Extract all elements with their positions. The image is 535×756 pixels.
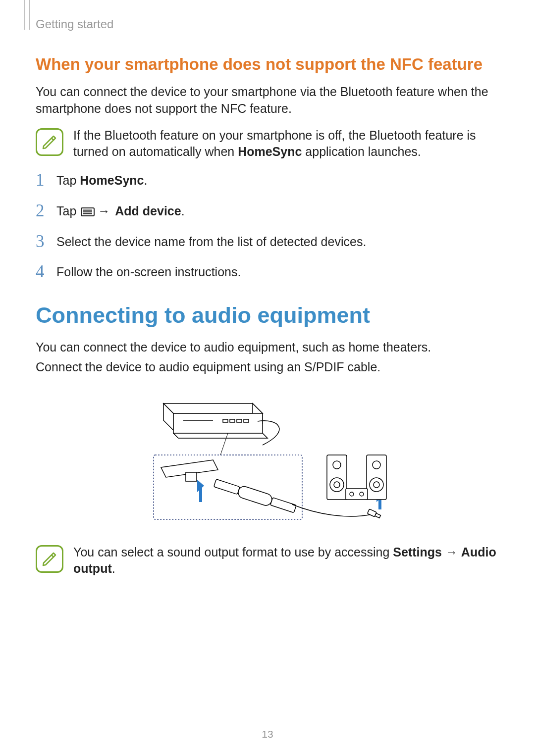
svg-rect-18 [214,479,240,494]
step-1: Tap HomeSync. [36,172,499,189]
manual-page: Getting started When your smartphone doe… [0,0,535,756]
step2-bold: Add device [112,204,181,218]
svg-marker-7 [173,413,263,433]
section-a-intro: You can connect the device to your smart… [36,84,499,117]
note-icon [36,545,63,573]
svg-rect-10 [230,419,235,422]
note-text-suffix: application launches. [302,145,421,158]
section-b-p1: You can connect the device to audio equi… [36,339,499,356]
svg-marker-4 [163,403,263,413]
svg-rect-9 [223,419,228,422]
margin-tab [24,0,30,30]
step1-bold: HomeSync [80,173,144,187]
page-number: 13 [0,728,535,740]
step1-post: . [144,173,147,187]
step1-pre: Tap [56,173,80,187]
section-b-p2: Connect the device to audio equipment us… [36,359,499,376]
step2-post: . [181,204,185,218]
note-bluetooth: If the Bluetooth feature on your smartph… [36,127,499,161]
pencil-note-icon [42,551,57,567]
svg-rect-22 [375,513,381,518]
step-4: Follow the on-screen instructions. [36,264,499,281]
note2-arrow: → [442,545,461,559]
chapter-title: Getting started [36,17,499,31]
note-audio-text: You can select a sound output format to … [73,544,499,578]
note-icon [36,128,63,156]
pencil-note-icon [42,134,57,150]
steps-list: Tap HomeSync. Tap → Add device. Select t… [36,172,499,281]
svg-rect-12 [244,419,249,422]
section-heading-audio: Connecting to audio equipment [36,302,499,328]
svg-rect-11 [237,419,242,422]
svg-rect-25 [327,455,347,500]
step2-arrow: → [98,203,110,220]
spdif-diagram [36,391,499,529]
svg-rect-29 [367,455,386,500]
note2-bold1: Settings [393,545,442,559]
step2-pre: Tap [56,204,80,218]
step-3: Select the device name from the list of … [36,234,499,251]
svg-rect-20 [270,497,296,512]
note-audio-output: You can select a sound output format to … [36,544,499,578]
section-heading-nfc: When your smartphone does not support th… [36,55,499,74]
menu-icon [81,207,95,216]
spdif-diagram-svg [139,391,396,529]
svg-rect-19 [237,485,273,506]
note-text-bold: HomeSync [238,145,302,158]
note2-suffix: . [112,561,115,575]
svg-rect-15 [186,472,197,481]
step-2: Tap → Add device. [36,203,499,220]
note2-prefix: You can select a sound output format to … [73,545,393,559]
note-bluetooth-text: If the Bluetooth feature on your smartph… [73,127,499,161]
svg-rect-33 [346,489,368,500]
